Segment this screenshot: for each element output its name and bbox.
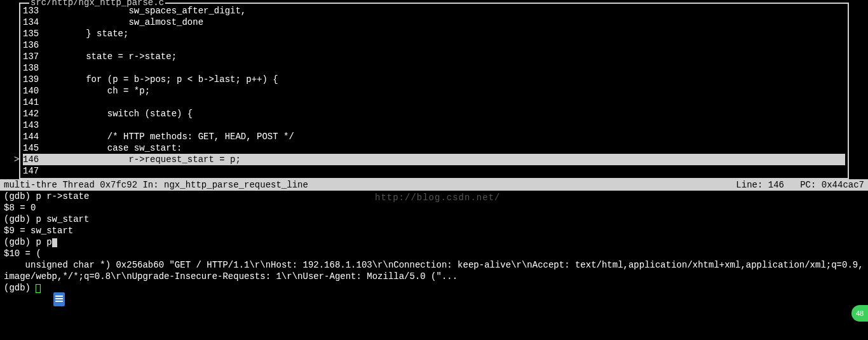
line-text: } state; [43,28,845,39]
line-number: 134 [23,17,43,28]
prompt-cursor[interactable] [36,284,41,293]
source-line[interactable]: 141 [23,97,845,108]
gdb-console[interactable]: (gdb) p r->state$8 = 0(gdb) p sw_start$9… [0,191,868,294]
gdb-text: (gdb) p r->state [4,191,89,201]
source-line[interactable]: 137 state = r->state; [23,51,845,62]
gdb-line: $9 = sw_start [4,225,864,236]
line-number: 135 [23,28,43,39]
source-panel: src/http/ngx_http_parse.c 133 sw_spaces_… [19,3,849,179]
source-body[interactable]: 133 sw_spaces_after_digit,134 sw_almost_… [20,4,848,178]
source-line[interactable]: 134 sw_almost_done [23,17,845,28]
line-text [43,39,845,51]
gdb-line: (gdb) [4,282,864,294]
status-right: Line: 146 PC: 0x44cac7 [736,179,864,191]
gdb-text: $9 = sw_start [4,226,73,236]
gdb-text: (gdb) [4,283,36,293]
line-text: ch = *p; [43,85,845,97]
source-line[interactable]: 135 } state; [23,28,845,39]
line-text: sw_almost_done [43,17,845,28]
gdb-line: (gdb) p r->state [4,191,864,202]
line-number: 133 [23,5,43,17]
source-line[interactable]: 147 [23,165,845,177]
line-text [43,165,845,177]
line-number: 147 [23,165,43,177]
edit-caret [52,238,57,247]
gdb-text: $10 = ( [4,248,41,259]
gdb-text: unsigned char *) 0x256ab60 "GET / HTTP/1… [4,260,864,282]
line-number: 136 [23,39,43,51]
status-bar: multi-thre Thread 0x7fc92 In: ngx_http_p… [0,179,868,191]
source-line[interactable]: 140 ch = *p; [23,85,845,97]
source-line[interactable]: 144 /* HTTP methods: GET, HEAD, POST */ [23,131,845,142]
line-text [43,97,845,108]
gdb-text: (gdb) p p [4,237,52,247]
gdb-text: (gdb) p sw_start [4,214,89,224]
gdb-line: (gdb) p sw_start [4,214,864,225]
line-number: 145 [23,142,43,154]
source-line[interactable]: 136 [23,39,845,51]
line-number: 142 [23,108,43,119]
line-number: 143 [23,119,43,131]
gdb-line: (gdb) p p [4,236,864,248]
line-number: 140 [23,85,43,97]
line-text: state = r->state; [43,51,845,62]
gdb-line: $10 = ( [4,248,864,259]
source-line[interactable]: 133 sw_spaces_after_digit, [23,5,845,17]
line-number: 141 [23,97,43,108]
line-number: 146 [23,154,43,165]
gdb-line: unsigned char *) 0x256ab60 "GET / HTTP/1… [4,259,864,282]
source-line[interactable]: 139 for (p = b->pos; p < b->last; p++) { [23,74,845,85]
line-text [43,119,845,131]
line-number: 138 [23,62,43,74]
line-text: r->request_start = p; [43,154,845,165]
line-number: 137 [23,51,43,62]
line-text: sw_spaces_after_digit, [43,5,845,17]
source-line[interactable]: 142 switch (state) { [23,108,845,119]
gdb-line: $8 = 0 [4,202,864,214]
line-number: 144 [23,131,43,142]
source-line-current[interactable]: >146 r->request_start = p; [23,154,845,165]
line-text: case sw_start: [43,142,845,154]
source-line[interactable]: 138 [23,62,845,74]
line-text: switch (state) { [43,108,845,119]
line-text: /* HTTP methods: GET, HEAD, POST */ [43,131,845,142]
source-line[interactable]: 145 case sw_start: [23,142,845,154]
document-icon [53,292,65,306]
line-text: for (p = b->pos; p < b->last; p++) { [43,74,845,85]
line-number: 139 [23,74,43,85]
current-line-marker: > [14,154,19,165]
source-line[interactable]: 143 [23,119,845,131]
float-badge[interactable]: 48 [851,305,868,322]
status-left: multi-thre Thread 0x7fc92 In: ngx_http_p… [4,179,308,191]
line-text [43,62,845,74]
gdb-text: $8 = 0 [4,203,36,213]
